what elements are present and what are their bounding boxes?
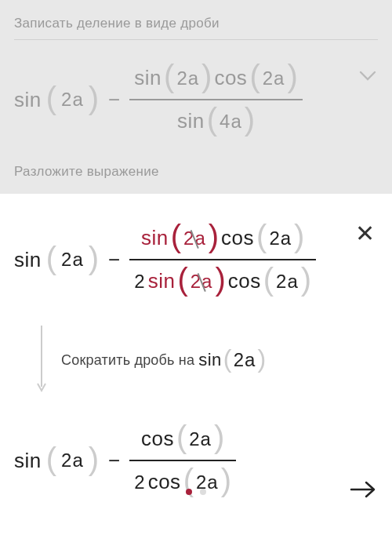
dot-2[interactable]: [200, 489, 206, 495]
arrow-down-icon: [36, 324, 47, 396]
hint-row: Сократить дробь на sin (2a): [36, 324, 378, 396]
hint-text: Сократить дробь на: [61, 352, 194, 369]
page-dots[interactable]: [186, 489, 206, 495]
formula-expanded: sin (2a) − sin (2a) cos (2a) 2 sin (2a) …: [14, 217, 378, 302]
step1-label: Записать деление в виде дроби: [14, 16, 378, 31]
chevron-down-icon[interactable]: [359, 71, 376, 85]
divider: [14, 39, 378, 40]
close-icon[interactable]: ✕: [355, 222, 375, 246]
step2-label: Разложите выражение: [14, 164, 378, 180]
formula-step1: sin (2a) − sin (2a) cos (2a) sin (4a): [14, 57, 378, 142]
dot-1[interactable]: [186, 489, 192, 495]
next-arrow-icon[interactable]: [350, 477, 376, 506]
